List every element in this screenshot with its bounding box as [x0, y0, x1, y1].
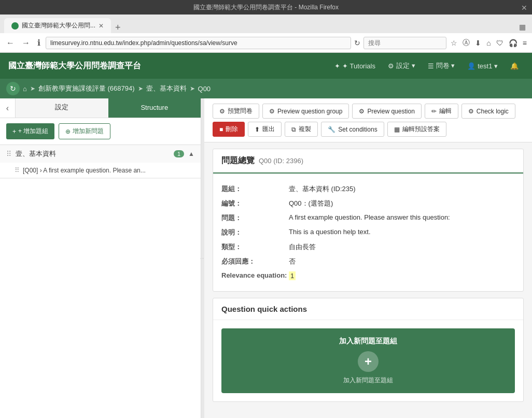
preview-group-icon: ⚙ — [269, 108, 275, 115]
browser-search-input[interactable] — [363, 37, 446, 49]
reader-icon[interactable]: Ⓐ — [461, 37, 471, 49]
notifications-btn[interactable]: 🔔 — [505, 59, 524, 73]
back-button[interactable]: ← — [4, 37, 17, 49]
export-button[interactable]: ⬆ 匯出 — [248, 122, 282, 137]
address-bar[interactable] — [46, 37, 351, 49]
shield-icon[interactable]: 🛡 — [495, 38, 505, 48]
preview-question-button[interactable]: ⚙ Preview question — [352, 104, 421, 119]
breadcrumb-arrow-2: ➤ — [190, 85, 195, 92]
tab-structure-label: Structure — [141, 104, 168, 111]
browser-close-icon[interactable]: ✕ — [521, 4, 528, 11]
bell-icon: 🔔 — [510, 62, 519, 70]
list-item[interactable]: ⠿ [Q00] › A first example question. Plea… — [0, 163, 201, 178]
drag-handle-icon: ⠿ — [6, 150, 11, 158]
download-icon[interactable]: ⬇ — [474, 38, 482, 48]
tab-close-icon[interactable]: ✕ — [99, 22, 104, 30]
preview-question-icon: ⚙ — [359, 108, 365, 115]
export-icon: ⬆ — [255, 126, 260, 133]
question-toolbar: ⚙ 預覽問卷 ⚙ Preview question group ⚙ Previe… — [204, 98, 532, 142]
new-tab-button[interactable]: + — [111, 22, 125, 33]
chevron-up-icon: ▲ — [188, 150, 194, 157]
sidebar-list: ⠿ 壹、基本資料 1 ▲ ⠿ [Q00] › A first example q… — [0, 145, 201, 418]
preview-group-button[interactable]: ⚙ Preview question group — [262, 104, 349, 119]
preview-survey-button[interactable]: ⚙ 預覽問卷 — [213, 104, 259, 119]
set-conditions-button[interactable]: 🔧 Set conditions — [321, 122, 384, 137]
edit-button[interactable]: ✏ 編輯 — [425, 104, 458, 119]
plus-circle-icon: ⊕ — [65, 128, 71, 135]
quick-actions-panel: Question quick actions 加入新問題至題組 + 加入新問題至… — [213, 298, 524, 402]
info-label-type: 類型： — [221, 242, 289, 252]
panel-title: 問題總覽 — [221, 155, 255, 166]
info-row-type: 類型： 自由長答 — [221, 240, 515, 254]
user-btn[interactable]: 👤 test1 ▾ — [462, 59, 503, 73]
delete-icon: ■ — [219, 126, 223, 133]
breadcrumb-refresh-button[interactable]: ↻ — [6, 82, 20, 95]
check-logic-icon: ⚙ — [468, 108, 474, 115]
list-icon: ☰ — [428, 62, 434, 70]
edit-default-answers-button[interactable]: ▦ 編輯預設答案 — [387, 122, 446, 137]
refresh-button[interactable]: ↻ — [354, 39, 360, 47]
sidebar-group-badge: 1 — [174, 150, 184, 157]
info-value-code: Q00：(選答題) — [289, 199, 333, 208]
info-label-mandatory: 必須回應： — [221, 257, 289, 266]
sidebar-collapse-toggle[interactable]: ‹ — [0, 98, 16, 118]
preview-survey-icon: ⚙ — [219, 108, 225, 115]
settings-btn[interactable]: ⚙ 設定 ▾ — [383, 58, 421, 74]
tab-title: 國立臺灣師範大學公用問... — [22, 21, 95, 30]
info-label-question: 問題： — [221, 213, 289, 223]
question-info-table: 題組： 壹、基本資料 (ID:235) 編號： Q00：(選答題) 問題： A … — [213, 174, 523, 291]
menu-icon[interactable]: ≡ — [522, 38, 528, 48]
info-value-group: 壹、基本資料 (ID:235) — [289, 184, 356, 194]
copy-button[interactable]: ⧉ 複製 — [285, 122, 318, 137]
info-label-code: 編號： — [221, 199, 289, 208]
breadcrumb-group[interactable]: 壹、基本資料 — [146, 84, 187, 93]
forward-button[interactable]: → — [20, 37, 32, 49]
info-row-help: 說明： This is a question help text. — [221, 225, 515, 240]
edit-default-icon: ▦ — [394, 126, 400, 133]
user-icon: 👤 — [467, 62, 475, 70]
tutorials-btn[interactable]: ✦ ✦ Tutorials — [329, 59, 381, 73]
info-row-relevance: Relevance equation: 1 — [221, 269, 515, 283]
headphone-icon[interactable]: 🎧 — [508, 38, 519, 48]
breadcrumb-arrow-0: ➤ — [30, 85, 35, 92]
edit-icon: ✏ — [431, 108, 437, 115]
question-overview-panel: 問題總覽 Q00 (ID: 2396) 題組： 壹、基本資料 (ID:235) … — [213, 149, 524, 292]
item-drag-handle-icon: ⠿ — [15, 166, 20, 174]
info-value-mandatory: 否 — [289, 257, 296, 266]
info-value-question: A first example question. Please answer … — [289, 213, 450, 221]
check-logic-button[interactable]: ⚙ Check logic — [461, 104, 515, 119]
info-row-mandatory: 必須回應： 否 — [221, 254, 515, 269]
add-to-group-sublabel: 加入新問題至題組 — [230, 376, 507, 385]
tab-structure[interactable]: Structure — [108, 98, 201, 118]
browser-tab-active[interactable]: 國立臺灣師範大學公用問... ✕ — [4, 18, 111, 33]
info-value-help: This is a question help text. — [289, 228, 371, 236]
add-to-group-label: 加入新問題至題組 — [230, 337, 507, 346]
sidebar-group-1: ⠿ 壹、基本資料 1 ▲ ⠿ [Q00] › A first example q… — [0, 145, 201, 179]
quick-actions-title: Question quick actions — [221, 305, 307, 313]
content-area: ⚙ 預覽問卷 ⚙ Preview question group ⚙ Previe… — [204, 98, 532, 418]
tab-settings[interactable]: 設定 — [16, 98, 108, 118]
info-value-type: 自由長答 — [289, 242, 316, 252]
window-grid-icon[interactable]: ▦ — [517, 21, 528, 33]
info-value-relevance: 1 — [289, 271, 296, 280]
info-label-help: 說明： — [221, 228, 289, 237]
add-to-group-card[interactable]: 加入新問題至題組 + 加入新問題至題組 — [221, 328, 515, 393]
app-title: 國立臺灣師範大學公用問卷調查平台 — [8, 61, 329, 71]
tab-settings-label: 設定 — [55, 103, 68, 112]
surveys-btn[interactable]: ☰ 問卷 ▾ — [423, 58, 460, 74]
info-button[interactable]: ℹ — [35, 37, 43, 49]
delete-button[interactable]: ■ 刪除 — [213, 122, 245, 137]
breadcrumb-home[interactable]: ⌂ — [23, 85, 27, 93]
plus-icon: + — [12, 128, 16, 135]
home-icon[interactable]: ⌂ — [485, 38, 492, 48]
copy-icon: ⧉ — [291, 126, 296, 133]
add-question-button[interactable]: ⊕ 增加新問題 — [59, 123, 110, 139]
panel-subtitle: Q00 (ID: 2396) — [259, 157, 303, 165]
sidebar-group-label: 壹、基本資料 — [16, 149, 170, 158]
browser-title: 國立臺灣師範大學公用問卷調查平台 - Mozilla Firefox — [4, 3, 528, 12]
bookmark-icon[interactable]: ☆ — [450, 38, 458, 48]
add-group-button[interactable]: + + 增加題組 — [6, 123, 54, 139]
breadcrumb-survey[interactable]: 創新教學實施課後評量 (668794) — [38, 84, 135, 93]
sidebar-group-header[interactable]: ⠿ 壹、基本資料 1 ▲ — [0, 145, 201, 163]
breadcrumb-question[interactable]: Q00 — [198, 85, 211, 93]
